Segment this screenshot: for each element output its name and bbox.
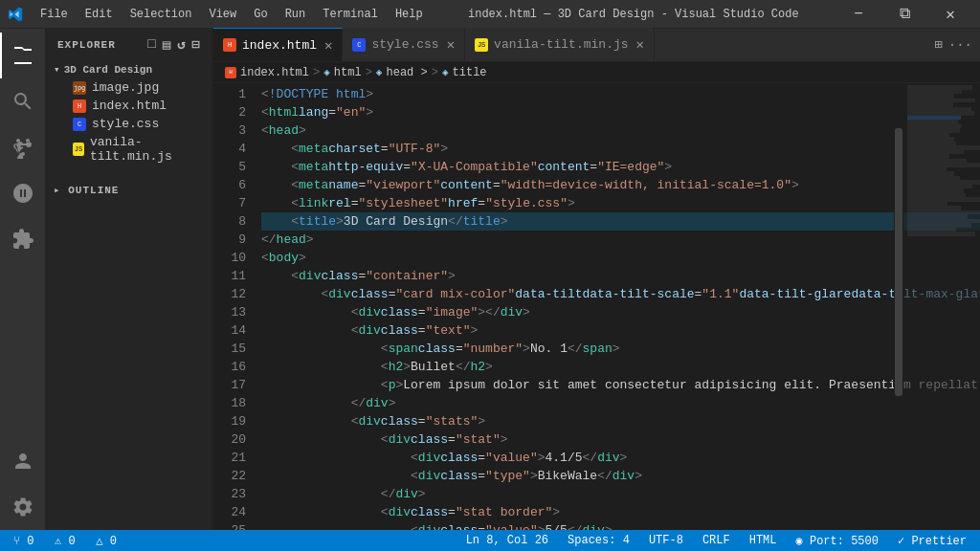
tab-vanilatilt[interactable]: JS vanila-tilt.min.js ✕ bbox=[465, 28, 655, 61]
code-line-15: <span class="number">No. 1</span> bbox=[261, 340, 980, 358]
line-number-7: 7 bbox=[213, 194, 246, 212]
line-number-25: 25 bbox=[213, 521, 246, 530]
activity-source-control-icon[interactable] bbox=[0, 124, 46, 170]
more-actions-icon[interactable]: ··· bbox=[948, 37, 972, 53]
line-number-2: 2 bbox=[213, 103, 246, 121]
breadcrumb-head[interactable]: head > bbox=[386, 66, 427, 79]
breadcrumb-html[interactable]: html bbox=[334, 66, 362, 79]
tab-indexhtml-close[interactable]: ✕ bbox=[324, 37, 332, 54]
menu-bar: File Edit Selection View Go Run Terminal… bbox=[33, 6, 431, 23]
tab-indexhtml-label: index.html bbox=[242, 38, 317, 53]
maximize-button[interactable]: ⧉ bbox=[882, 0, 926, 29]
breadcrumb: H index.html > ◈ html > ◈ head > > ◈ tit… bbox=[213, 62, 980, 83]
activity-search-icon[interactable] bbox=[0, 78, 46, 124]
refresh-icon[interactable]: ↺ bbox=[177, 36, 186, 53]
status-cursor[interactable]: Ln 8, Col 26 bbox=[460, 534, 554, 547]
line-number-22: 22 bbox=[213, 467, 246, 485]
menu-edit[interactable]: Edit bbox=[78, 6, 121, 23]
breadcrumb-sep3: > bbox=[432, 66, 438, 79]
code-line-14: <div class="text"> bbox=[261, 321, 980, 340]
tab-vanilatilt-close[interactable]: ✕ bbox=[636, 36, 644, 53]
tab-vanilatilt-label: vanila-tilt.min.js bbox=[494, 37, 628, 52]
line-number-14: 14 bbox=[213, 321, 246, 340]
vscode-icon bbox=[8, 7, 23, 22]
code-line-7: <link rel="stylesheet" href="style.css"> bbox=[261, 194, 980, 212]
code-line-2: <html lang="en"> bbox=[261, 103, 980, 121]
collapse-icon[interactable]: ⊟ bbox=[192, 36, 201, 53]
activity-account-icon[interactable] bbox=[0, 438, 46, 484]
status-encoding[interactable]: UTF-8 bbox=[643, 534, 689, 547]
line-number-24: 24 bbox=[213, 503, 246, 521]
status-spaces[interactable]: Spaces: 4 bbox=[562, 534, 635, 547]
tab-css-icon: C bbox=[352, 38, 366, 52]
line-number-4: 4 bbox=[213, 140, 246, 158]
tab-stylecss[interactable]: C style.css ✕ bbox=[343, 28, 465, 61]
status-right: Ln 8, Col 26 Spaces: 4 UTF-8 CRLF HTML ◉… bbox=[460, 534, 972, 548]
activity-settings-icon[interactable] bbox=[0, 484, 46, 530]
breadcrumb-file[interactable]: index.html bbox=[240, 66, 309, 79]
title-bar: File Edit Selection View Go Run Terminal… bbox=[0, 0, 980, 29]
status-eol[interactable]: CRLF bbox=[697, 534, 736, 547]
explorer-label: Explorer bbox=[57, 39, 116, 51]
breadcrumb-sep2: > bbox=[366, 66, 372, 79]
code-line-17: <p>Lorem ipsum dolor sit amet consectetu… bbox=[261, 376, 980, 394]
chevron-right-icon: ▸ bbox=[54, 185, 61, 196]
editor[interactable]: 1234567891011121314151617181920212223242… bbox=[213, 83, 980, 530]
status-branch[interactable]: ⑂ 0 ⚠ 0 △ 0 bbox=[8, 534, 122, 548]
tab-indexhtml[interactable]: H index.html ✕ bbox=[213, 28, 343, 61]
breadcrumb-title-icon: ◈ bbox=[442, 66, 449, 78]
breadcrumb-title[interactable]: title bbox=[453, 66, 487, 79]
menu-view[interactable]: View bbox=[201, 6, 244, 23]
breadcrumb-file-icon: H bbox=[225, 67, 236, 78]
line-number-11: 11 bbox=[213, 267, 246, 285]
code-line-9: </head> bbox=[261, 231, 980, 249]
tab-stylecss-close[interactable]: ✕ bbox=[447, 36, 455, 53]
breadcrumb-sep1: > bbox=[313, 66, 320, 79]
menu-selection[interactable]: Selection bbox=[122, 6, 200, 23]
code-line-22: <div class="type">BikeWale</div> bbox=[261, 467, 980, 485]
minimize-button[interactable]: − bbox=[836, 0, 880, 29]
status-prettier[interactable]: ✓ Prettier bbox=[892, 534, 972, 548]
editor-content[interactable]: <!DOCTYPE html><html lang="en"><head> <m… bbox=[254, 83, 980, 530]
split-editor-icon[interactable]: ⊞ bbox=[934, 36, 942, 53]
sidebar-item-image[interactable]: jpg image.jpg bbox=[46, 78, 212, 97]
activity-extensions-icon[interactable] bbox=[0, 216, 46, 262]
line-number-18: 18 bbox=[213, 394, 246, 412]
chevron-down-icon: ▾ bbox=[54, 63, 60, 76]
code-line-3: <head> bbox=[261, 121, 980, 140]
activity-debug-icon[interactable] bbox=[0, 170, 46, 216]
menu-help[interactable]: Help bbox=[388, 6, 431, 23]
menu-go[interactable]: Go bbox=[246, 6, 275, 23]
tab-html-icon: H bbox=[223, 38, 236, 52]
close-button[interactable]: ✕ bbox=[928, 0, 972, 29]
outline-section[interactable]: ▸ OUTLINE bbox=[46, 181, 212, 199]
scrollbar[interactable] bbox=[894, 83, 903, 530]
status-port[interactable]: ◉ Port: 5500 bbox=[791, 534, 884, 548]
new-folder-icon[interactable]: ▤ bbox=[163, 36, 171, 53]
code-line-19: <div class="stats"> bbox=[261, 412, 980, 430]
code-line-18: </div> bbox=[261, 394, 980, 412]
code-line-10: <body> bbox=[261, 249, 980, 267]
sidebar-item-stylecss[interactable]: C style.css bbox=[46, 115, 212, 133]
sidebar-header: Explorer □ ▤ ↺ ⊟ bbox=[46, 29, 212, 60]
scrollbar-thumb[interactable] bbox=[895, 128, 902, 396]
line-numbers: 1234567891011121314151617181920212223242… bbox=[213, 83, 254, 530]
jpg-file-icon: jpg bbox=[73, 81, 86, 95]
minimap bbox=[903, 83, 980, 530]
line-number-17: 17 bbox=[213, 376, 246, 394]
code-line-11: <div class="container"> bbox=[261, 267, 980, 285]
sidebar-item-vanilatilt[interactable]: JS vanila-tilt.min.js bbox=[46, 133, 212, 165]
menu-terminal[interactable]: Terminal bbox=[315, 6, 386, 23]
section-header-3dcard[interactable]: ▾ 3D Card Design bbox=[46, 60, 212, 78]
activity-files-icon[interactable] bbox=[0, 33, 46, 78]
menu-run[interactable]: Run bbox=[278, 6, 314, 23]
sidebar-item-indexhtml[interactable]: H index.html bbox=[46, 97, 212, 115]
menu-file[interactable]: File bbox=[33, 6, 76, 23]
line-number-15: 15 bbox=[213, 340, 246, 358]
tab-right-icons: ⊞ ··· bbox=[926, 28, 980, 61]
code-line-21: <div class="value">4.1/5</div> bbox=[261, 449, 980, 467]
status-language[interactable]: HTML bbox=[744, 534, 783, 547]
minimap-content bbox=[903, 83, 980, 238]
new-file-icon[interactable]: □ bbox=[147, 36, 156, 53]
sidebar-section-3dcard: ▾ 3D Card Design jpg image.jpg H index.h… bbox=[46, 60, 212, 165]
